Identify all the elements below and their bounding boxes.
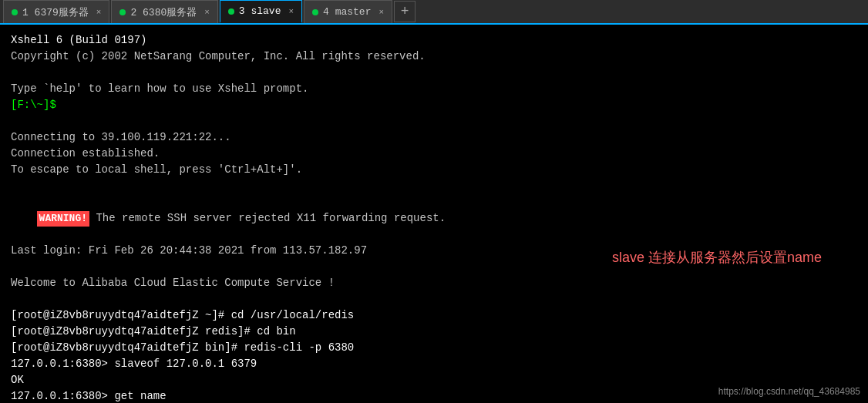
header-line-4: Type `help' to learn how to use Xshell p… bbox=[11, 81, 857, 97]
blank-5 bbox=[11, 291, 857, 307]
watermark: https://blog.csdn.net/qq_43684985 bbox=[718, 386, 860, 397]
conn-line-3: To escape to local shell, press 'Ctrl+Al… bbox=[11, 162, 857, 178]
tab-4-close[interactable]: × bbox=[378, 8, 384, 17]
blank-3 bbox=[11, 178, 857, 194]
tab-4-dot bbox=[312, 9, 318, 15]
cmd-line-1: [root@iZ8vb8ruyydtq47aidtefjZ ~]# cd /us… bbox=[11, 307, 857, 324]
tab-2[interactable]: 2 6380服务器 × bbox=[111, 0, 217, 23]
cmd-line-3: [root@iZ8vb8ruyydtq47aidtefjZ bin]# redi… bbox=[11, 340, 857, 356]
tab-4-label: 4 master bbox=[323, 6, 371, 18]
tab-1[interactable]: 1 6379服务器 × bbox=[3, 0, 109, 23]
tab-2-close[interactable]: × bbox=[204, 8, 210, 17]
blank-1 bbox=[11, 65, 857, 81]
cmd-line-2: [root@iZ8vb8ruyydtq47aidtefjZ redis]# cd… bbox=[11, 324, 857, 340]
tab-3-close[interactable]: × bbox=[288, 7, 294, 16]
cmd-line-4: 127.0.0.1:6380> slaveof 127.0.0.1 6379 bbox=[11, 356, 857, 372]
warning-badge: WARNING! bbox=[37, 211, 89, 227]
tab-bar: 1 6379服务器 × 2 6380服务器 × 3 slave × 4 mast… bbox=[0, 0, 868, 25]
tab-1-label: 1 6379服务器 bbox=[22, 5, 89, 19]
annotation-text: slave 连接从服务器然后设置name bbox=[612, 248, 822, 267]
tab-4[interactable]: 4 master × bbox=[304, 0, 392, 23]
tab-2-dot bbox=[119, 9, 126, 15]
welcome-line: Welcome to Alibaba Cloud Elastic Compute… bbox=[11, 275, 857, 291]
header-line-1: Xshell 6 (Build 0197) bbox=[11, 32, 857, 49]
warning-line: WARNING! The remote SSH server rejected … bbox=[11, 194, 857, 243]
tab-3-label: 3 slave bbox=[239, 5, 281, 17]
tab-3[interactable]: 3 slave × bbox=[220, 0, 302, 23]
prompt-line-1: [F:\~]$ bbox=[11, 97, 857, 113]
blank-2 bbox=[11, 113, 857, 129]
tab-1-close[interactable]: × bbox=[96, 8, 102, 17]
tab-2-label: 2 6380服务器 bbox=[130, 5, 197, 19]
conn-line-1: Connecting to 39.100.119.221:22... bbox=[11, 129, 857, 146]
terminal: Xshell 6 (Build 0197) Copyright (c) 2002… bbox=[0, 25, 868, 403]
header-line-2: Copyright (c) 2002 NetSarang Computer, I… bbox=[11, 49, 857, 65]
tab-3-dot bbox=[228, 8, 234, 15]
tab-1-dot bbox=[12, 9, 18, 15]
warning-text: The remote SSH server rejected X11 forwa… bbox=[89, 212, 446, 224]
conn-line-2: Connection established. bbox=[11, 146, 857, 162]
prompt-1-text: [F:\~]$ bbox=[11, 99, 56, 111]
tab-add-button[interactable]: + bbox=[394, 1, 415, 22]
